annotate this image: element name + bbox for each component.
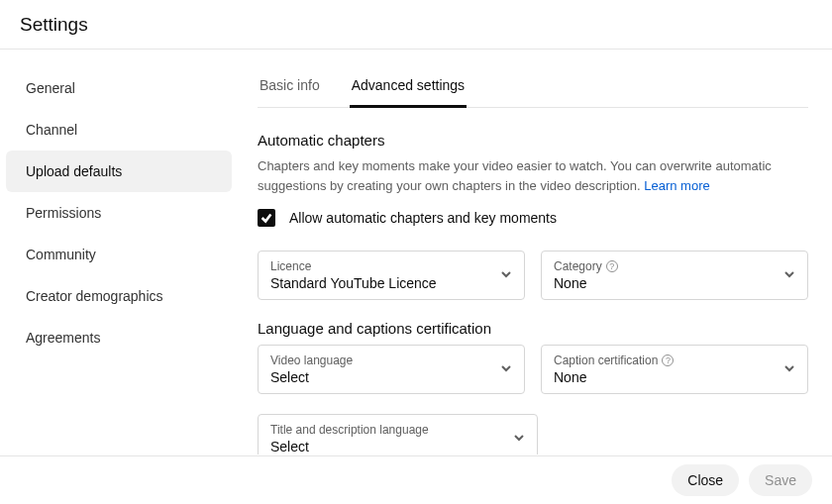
lang-caption-row: Video language Select Caption certificat…: [258, 345, 808, 394]
caption-certification-label: Caption certification?: [554, 353, 795, 367]
dialog-header: Settings: [0, 0, 832, 50]
auto-chapters-desc: Chapters and key moments make your video…: [258, 156, 808, 195]
tab-basic-info[interactable]: Basic info: [258, 69, 322, 107]
title-lang-row: Title and description language Select: [258, 414, 808, 454]
auto-chapters-title: Automatic chapters: [258, 132, 808, 149]
category-label: Category?: [554, 259, 795, 273]
tabs: Basic info Advanced settings: [258, 50, 808, 108]
tab-advanced-settings[interactable]: Advanced settings: [350, 69, 467, 107]
category-value: None: [554, 275, 795, 291]
sidebar-item-label: Channel: [26, 122, 77, 138]
save-button[interactable]: Save: [749, 464, 812, 496]
licence-select[interactable]: Licence Standard YouTube Licence: [258, 251, 525, 300]
dialog-body: General Channel Upload defaults Permissi…: [0, 50, 832, 455]
title-language-label: Title and description language: [270, 423, 525, 437]
page-title: Settings: [20, 14, 88, 36]
licence-category-row: Licence Standard YouTube Licence Categor…: [258, 251, 808, 300]
tab-label: Advanced settings: [352, 77, 465, 93]
dialog-footer: Close Save: [0, 455, 832, 504]
chevron-down-icon: [783, 360, 795, 378]
sidebar-item-label: Permissions: [26, 205, 101, 221]
auto-chapters-checkbox-label: Allow automatic chapters and key moments: [289, 210, 557, 226]
chevron-down-icon: [500, 266, 512, 284]
chevron-down-icon: [500, 360, 512, 378]
sidebar-item-label: Upload defaults: [26, 163, 122, 179]
category-select[interactable]: Category? None: [541, 251, 808, 300]
title-language-value: Select: [270, 439, 525, 454]
auto-chapters-checkbox[interactable]: [258, 209, 275, 227]
tab-label: Basic info: [260, 77, 320, 93]
sidebar-item-creator-demographics[interactable]: Creator demographics: [6, 275, 232, 317]
sidebar-item-general[interactable]: General: [6, 67, 232, 109]
close-button[interactable]: Close: [672, 464, 739, 496]
sidebar-item-agreements[interactable]: Agreements: [6, 317, 232, 358]
sidebar-item-label: Agreements: [26, 330, 100, 346]
sidebar-item-community[interactable]: Community: [6, 234, 232, 275]
sidebar-item-label: Creator demographics: [26, 288, 163, 304]
caption-certification-value: None: [554, 369, 795, 385]
tab-content: Automatic chapters Chapters and key mome…: [258, 108, 832, 454]
lang-section-title: Language and captions certification: [258, 320, 808, 337]
label-text: Category: [554, 259, 602, 273]
caption-certification-select[interactable]: Caption certification? None: [541, 345, 808, 394]
label-text: Caption certification: [554, 353, 658, 367]
auto-chapters-checkbox-row: Allow automatic chapters and key moments: [258, 209, 808, 227]
sidebar-item-label: Community: [26, 247, 96, 262]
learn-more-link[interactable]: Learn more: [644, 178, 709, 193]
licence-value: Standard YouTube Licence: [270, 275, 512, 291]
sidebar-item-channel[interactable]: Channel: [6, 109, 232, 151]
chevron-down-icon: [513, 430, 525, 448]
chevron-down-icon: [783, 266, 795, 284]
video-language-select[interactable]: Video language Select: [258, 345, 525, 394]
sidebar-item-permissions[interactable]: Permissions: [6, 192, 232, 234]
sidebar-item-upload-defaults[interactable]: Upload defaults: [6, 151, 232, 192]
video-language-label: Video language: [270, 353, 512, 367]
help-icon[interactable]: ?: [662, 354, 674, 366]
settings-sidebar: General Channel Upload defaults Permissi…: [0, 50, 238, 455]
help-icon[interactable]: ?: [606, 260, 618, 272]
main-panel: Basic info Advanced settings Automatic c…: [238, 50, 832, 455]
spacer: [554, 414, 808, 454]
licence-label: Licence: [270, 259, 512, 273]
title-language-select[interactable]: Title and description language Select: [258, 414, 538, 454]
check-icon: [260, 211, 273, 225]
video-language-value: Select: [270, 369, 512, 385]
sidebar-item-label: General: [26, 80, 75, 96]
